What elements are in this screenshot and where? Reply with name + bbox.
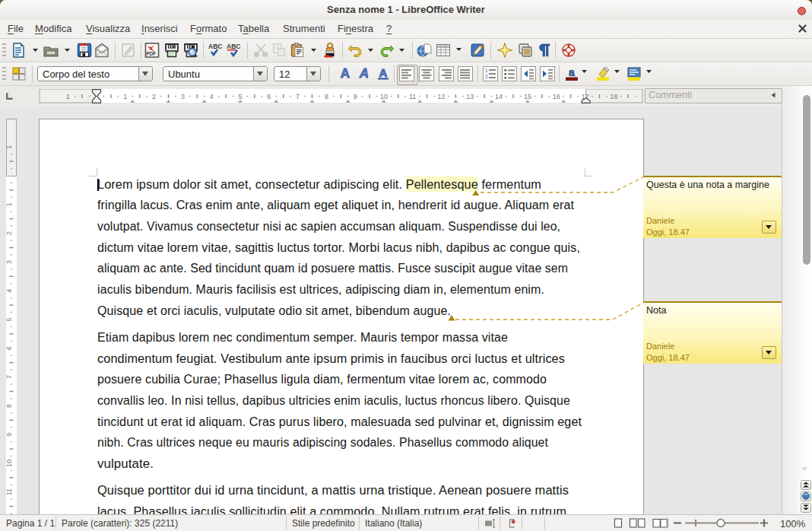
svg-text:2: 2 [6,231,13,235]
svg-text:9: 9 [6,433,13,437]
svg-text:11: 11 [6,488,13,495]
svg-text:3: 3 [6,260,13,264]
svg-text:4: 4 [6,289,13,293]
svg-text:5: 5 [6,317,13,321]
svg-text:1: 1 [6,202,13,206]
svg-text:6: 6 [6,346,13,350]
svg-text:1: 1 [6,145,13,149]
svg-text:8: 8 [6,404,13,408]
svg-text:*: * [512,518,516,529]
svg-text:7: 7 [6,375,13,379]
svg-text:10: 10 [6,459,13,467]
